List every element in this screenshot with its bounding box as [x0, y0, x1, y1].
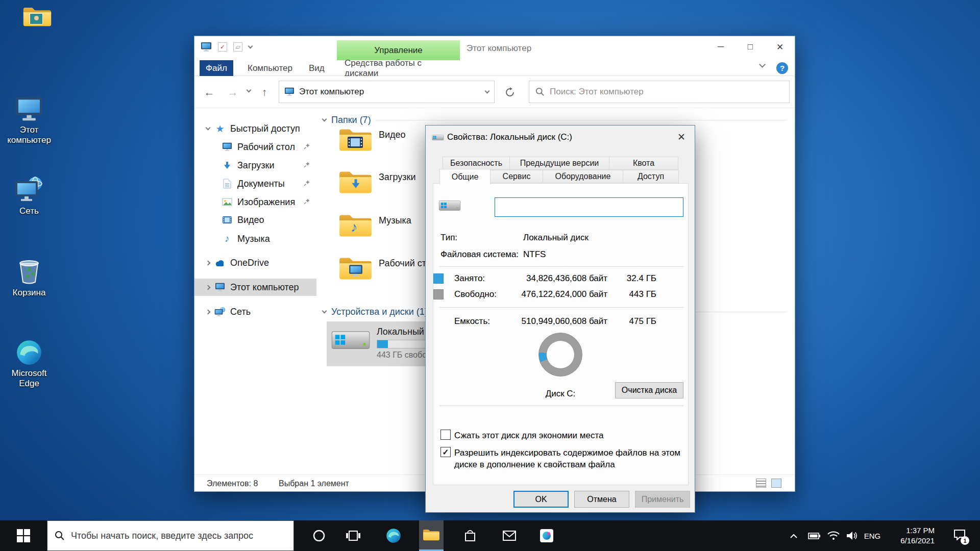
- folder-name: Музыка: [379, 215, 411, 239]
- taskbar-explorer-button[interactable]: [419, 520, 444, 551]
- qat-new-folder-icon[interactable]: ▱: [233, 42, 242, 52]
- tray-show-hidden-icons-button[interactable]: [785, 520, 803, 551]
- sidebar-label: Документы: [237, 179, 285, 189]
- tab-quota[interactable]: Квота: [609, 157, 678, 170]
- sidebar-item-music[interactable]: ♪ Музыка: [194, 230, 316, 247]
- collapse-group-chevron-icon[interactable]: [322, 116, 327, 121]
- action-center-button[interactable]: 1: [947, 520, 972, 551]
- tab-sharing[interactable]: Доступ: [623, 170, 679, 183]
- capacity-size: 475 ГБ: [607, 316, 656, 327]
- folder-tile-downloads[interactable]: Загрузки: [338, 169, 415, 196]
- up-button[interactable]: ↑: [256, 76, 273, 108]
- start-button[interactable]: [0, 520, 47, 551]
- used-label: Занято:: [454, 273, 485, 284]
- qat-computer-icon[interactable]: [201, 42, 212, 52]
- store-bag-icon: [463, 529, 477, 542]
- minimize-button[interactable]: ─: [706, 36, 736, 58]
- folder-tile-music[interactable]: ♪ Музыка: [338, 212, 411, 239]
- taskbar-search-box[interactable]: [47, 520, 294, 551]
- apply-button[interactable]: Применить: [635, 491, 690, 508]
- volume-label-input[interactable]: [495, 197, 683, 217]
- forward-button[interactable]: →: [224, 76, 241, 108]
- sidebar-item-pictures[interactable]: Изображения: [194, 193, 316, 211]
- task-view-button[interactable]: [341, 520, 365, 551]
- recent-locations-chevron-icon[interactable]: [247, 88, 252, 93]
- sidebar-item-downloads[interactable]: Загрузки: [194, 157, 316, 174]
- details-view-button[interactable]: [756, 479, 766, 488]
- sidebar-item-network[interactable]: Сеть: [194, 303, 316, 320]
- sidebar-item-videos[interactable]: Видео: [194, 211, 316, 229]
- taskbar-edge-button[interactable]: [381, 520, 406, 551]
- tray-battery-button[interactable]: [804, 520, 824, 551]
- close-button[interactable]: ✕: [765, 36, 795, 58]
- cancel-button[interactable]: Отмена: [574, 491, 629, 508]
- dialog-close-button[interactable]: ✕: [669, 127, 694, 147]
- user-photo-thumbnail: [30, 13, 43, 24]
- ribbon-tab-computer[interactable]: Компьютер: [248, 60, 292, 76]
- sidebar-item-documents[interactable]: Документы: [194, 175, 316, 192]
- tab-tools[interactable]: Сервис: [490, 170, 543, 183]
- back-button[interactable]: ←: [201, 76, 218, 108]
- sidebar-item-desktop[interactable]: Рабочий стол: [194, 138, 316, 156]
- network-icon: [14, 176, 44, 204]
- taskbar-store-button[interactable]: [458, 520, 482, 551]
- collapse-group-chevron-icon[interactable]: [322, 308, 327, 313]
- desktop-icon-edge[interactable]: Microsoft Edge: [1, 339, 57, 389]
- address-dropdown-chevron-icon[interactable]: [485, 88, 490, 93]
- taskbar-paint3d-button[interactable]: [534, 520, 559, 551]
- sidebar-item-onedrive[interactable]: OneDrive: [194, 254, 316, 271]
- disk-usage-donut-chart: [538, 333, 582, 377]
- tray-language-button[interactable]: ENG: [862, 520, 883, 551]
- refresh-button[interactable]: [500, 76, 520, 108]
- folder-tile-desktop[interactable]: Рабочий стол: [338, 255, 436, 282]
- desktop-icon-recycle-bin[interactable]: Корзина: [1, 257, 57, 298]
- separator: [439, 406, 683, 406]
- speaker-icon: [846, 531, 857, 540]
- tray-volume-button[interactable]: [842, 520, 862, 551]
- sidebar-item-this-pc[interactable]: Этот компьютер: [194, 279, 316, 296]
- help-icon[interactable]: ?: [776, 62, 788, 74]
- cortana-button[interactable]: [307, 520, 331, 551]
- explorer-search-box[interactable]: [529, 81, 790, 103]
- taskbar-clock[interactable]: 1:37 PM 6/16/2021: [900, 525, 935, 546]
- index-checkbox-label[interactable]: Разрешить индексировать содержимое файло…: [454, 447, 683, 471]
- folder-tile-videos[interactable]: Видео: [338, 127, 406, 154]
- used-bytes: 34,826,436,608 байт: [495, 273, 607, 284]
- chevron-down-icon[interactable]: [206, 125, 211, 130]
- sidebar-item-quick-access[interactable]: ★ Быстрый доступ: [194, 120, 316, 137]
- search-icon: [535, 87, 545, 96]
- thumbnails-view-button[interactable]: [771, 479, 781, 488]
- taskbar-search-input[interactable]: [71, 531, 286, 541]
- ok-button[interactable]: OK: [513, 491, 569, 508]
- maximize-button[interactable]: □: [736, 36, 765, 58]
- compress-checkbox[interactable]: [440, 430, 451, 440]
- index-checkbox[interactable]: ✓: [440, 447, 451, 457]
- explorer-search-input[interactable]: [550, 87, 783, 97]
- desktop-icon-network[interactable]: Сеть: [1, 176, 57, 216]
- tab-hardware[interactable]: Оборудование: [543, 170, 623, 183]
- chevron-right-icon[interactable]: [206, 260, 211, 265]
- qat-customize-chevron-icon[interactable]: [248, 43, 253, 48]
- free-size: 443 ГБ: [607, 289, 656, 299]
- taskbar-mail-button[interactable]: [497, 520, 522, 551]
- tab-general[interactable]: Общие: [439, 169, 491, 184]
- address-bar[interactable]: Этот компьютер: [279, 81, 495, 103]
- ribbon-tab-file[interactable]: Файл: [200, 60, 233, 76]
- dialog-tab-row-back: Безопасность Предыдущие версии Квота: [443, 157, 679, 170]
- compress-checkbox-label[interactable]: Сжать этот диск для экономии места: [454, 430, 683, 442]
- disk-cleanup-button[interactable]: Очистка диска: [615, 382, 683, 398]
- tab-security[interactable]: Безопасность: [443, 157, 510, 170]
- desktop-icon-this-pc[interactable]: Этот компьютер: [1, 96, 57, 146]
- management-contextual-header[interactable]: Управление: [337, 40, 460, 60]
- tray-network-button[interactable]: [824, 520, 843, 551]
- desktop-icon-user-folder[interactable]: [9, 5, 65, 29]
- tab-previous-versions[interactable]: Предыдущие версии: [509, 157, 609, 170]
- clock-time: 1:37 PM: [900, 525, 935, 536]
- expand-ribbon-chevron-icon[interactable]: [759, 61, 766, 68]
- chevron-right-icon[interactable]: [206, 285, 211, 290]
- ribbon-tab-drive-tools[interactable]: Средства работы с дисками: [345, 60, 451, 76]
- ribbon-tab-view[interactable]: Вид: [309, 60, 325, 76]
- chevron-right-icon[interactable]: [206, 309, 211, 314]
- qat-properties-icon[interactable]: ✓: [218, 42, 227, 52]
- drive-capacity-bar-fill: [377, 340, 388, 348]
